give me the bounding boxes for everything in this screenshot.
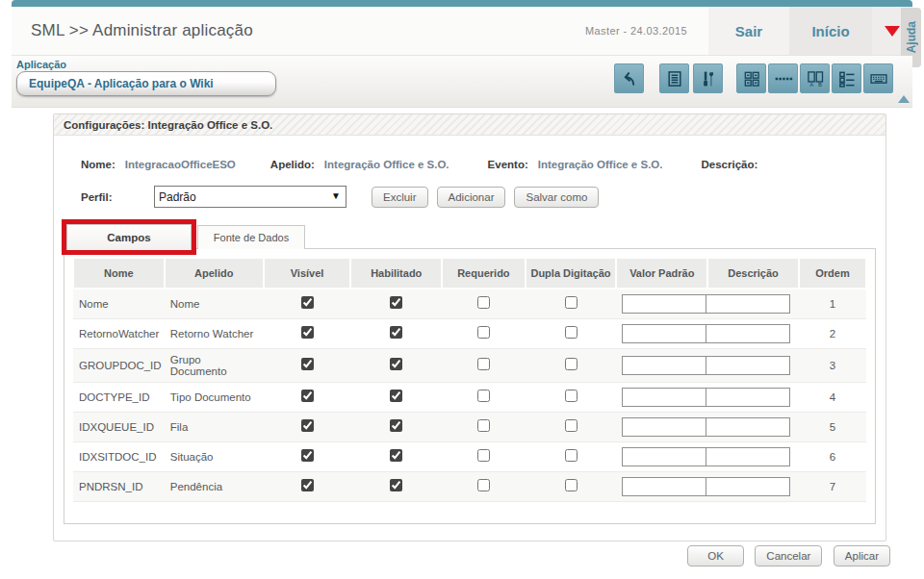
descricao-input[interactable] (706, 324, 790, 343)
cell-nome: GROUPDOC_ID (73, 348, 165, 382)
cell-ordem: 2 (799, 318, 866, 348)
tools-icon[interactable] (693, 63, 723, 93)
col-habilitado: Habilitado (350, 259, 442, 289)
footer-buttons: OK Cancelar Aplicar (53, 545, 890, 566)
svg-text:A: A (809, 82, 813, 88)
dupla-digitacao-checkbox[interactable] (565, 296, 578, 309)
habilitado-checkbox[interactable] (390, 479, 402, 491)
table-row: Nome Nome 1 (73, 289, 866, 319)
cancelar-button[interactable]: Cancelar (755, 545, 822, 566)
requerido-checkbox[interactable] (477, 358, 490, 370)
aplicar-button[interactable]: Aplicar (834, 545, 890, 566)
toolbar-icons: AB (614, 63, 893, 93)
checklist-icon[interactable] (832, 63, 861, 93)
valor-padrao-input[interactable] (622, 447, 706, 466)
cell-nome: IDXQUEUE_ID (73, 412, 165, 441)
habilitado-checkbox[interactable] (390, 419, 402, 432)
requerido-checkbox[interactable] (477, 419, 490, 432)
requerido-checkbox[interactable] (477, 296, 490, 309)
cell-ordem: 5 (799, 412, 866, 441)
cell-apelido: Tipo Documento (165, 382, 264, 412)
descricao-input[interactable] (706, 447, 790, 466)
perfil-select[interactable]: Padrão (154, 186, 346, 208)
descricao-input[interactable] (706, 294, 790, 314)
col-ordem: Ordem (799, 259, 866, 289)
pages-compare-icon[interactable]: AB (800, 63, 830, 93)
visivel-checkbox[interactable] (301, 296, 314, 309)
visivel-checkbox[interactable] (301, 326, 314, 339)
evento-label: Evento: (488, 159, 528, 170)
cell-apelido: Pendência (165, 471, 264, 501)
descricao-input[interactable] (706, 356, 790, 375)
table-header-row: Nome Apelido Visível Habilitado Requerid… (73, 259, 866, 289)
descricao-input[interactable] (706, 477, 790, 496)
valor-padrao-input[interactable] (622, 294, 706, 314)
requerido-checkbox[interactable] (477, 479, 490, 491)
requerido-checkbox[interactable] (477, 390, 490, 402)
col-descricao: Descrição (707, 259, 799, 289)
inicio-button[interactable]: Início (789, 7, 872, 55)
top-accent-bar (12, 0, 912, 7)
valor-padrao-input[interactable] (622, 356, 706, 375)
visivel-checkbox[interactable] (301, 479, 314, 491)
cell-nome: Nome (73, 289, 165, 319)
valor-padrao-input[interactable] (622, 324, 706, 343)
keyboard-icon[interactable] (863, 63, 893, 93)
valor-padrao-input[interactable] (622, 388, 706, 407)
red-triangle-icon (885, 26, 900, 37)
evento-value: Integração Office e S.O. (538, 159, 663, 170)
apelido-label: Apelido: (270, 159, 315, 170)
dupla-digitacao-checkbox[interactable] (565, 390, 578, 402)
dupla-digitacao-checkbox[interactable] (565, 326, 578, 339)
perfil-label: Perfil: (81, 191, 154, 203)
dupla-digitacao-checkbox[interactable] (565, 358, 578, 370)
habilitado-checkbox[interactable] (390, 390, 402, 402)
table-row: PNDRSN_ID Pendência 7 (73, 471, 866, 501)
cell-apelido: Situação (165, 441, 264, 471)
nome-label: Nome: (81, 159, 116, 170)
requerido-checkbox[interactable] (477, 326, 490, 339)
dupla-digitacao-checkbox[interactable] (565, 449, 578, 462)
page-title: SML >> Administrar aplicação (12, 21, 253, 40)
undo-icon[interactable] (614, 63, 644, 93)
apelido-value: Integração Office e S.O. (324, 159, 449, 170)
sair-button[interactable]: Sair (708, 7, 789, 55)
visivel-checkbox[interactable] (301, 419, 314, 432)
valor-padrao-input[interactable] (622, 477, 706, 496)
table-row: IDXSITDOC_ID Situação 6 (73, 441, 866, 471)
cell-ordem: 4 (799, 382, 866, 412)
grid-icon[interactable] (736, 63, 766, 93)
descricao-input[interactable] (706, 388, 790, 407)
collapse-up-icon[interactable] (898, 95, 910, 103)
visivel-checkbox[interactable] (301, 358, 314, 370)
panel-title: Configurações: Integração Office e S.O. (54, 114, 886, 136)
visivel-checkbox[interactable] (301, 449, 314, 462)
col-visivel: Visível (264, 259, 351, 289)
red-highlight-annotation: Campos (62, 219, 196, 255)
ok-button[interactable]: OK (687, 545, 744, 566)
visivel-checkbox[interactable] (301, 390, 314, 402)
table-body: Nome Nome 1 RetornoWatcher Retorno Watch… (73, 289, 866, 502)
dupla-digitacao-checkbox[interactable] (565, 479, 578, 491)
habilitado-checkbox[interactable] (390, 358, 402, 370)
cell-ordem: 6 (799, 441, 866, 471)
report-icon[interactable] (659, 63, 689, 93)
habilitado-checkbox[interactable] (390, 326, 402, 339)
form-area: Nome: IntegracaoOfficeESO Apelido: Integ… (54, 136, 886, 208)
descricao-label: Descrição: (701, 159, 757, 170)
habilitado-checkbox[interactable] (390, 449, 402, 462)
salvar-como-button[interactable]: Salvar como (514, 187, 599, 208)
application-selector-button[interactable]: EquipeQA - Aplicação para o Wiki (16, 71, 276, 96)
dupla-digitacao-checkbox[interactable] (565, 419, 578, 432)
valor-padrao-input[interactable] (622, 417, 706, 437)
cell-ordem: 7 (799, 471, 866, 501)
tab-campos[interactable]: Campos (66, 224, 192, 250)
descricao-input[interactable] (706, 417, 790, 437)
dots-icon[interactable] (768, 63, 798, 93)
habilitado-checkbox[interactable] (390, 296, 402, 309)
cell-nome: RetornoWatcher (73, 318, 165, 348)
tab-fonte-de-dados[interactable]: Fonte de Dados (197, 225, 305, 249)
excluir-button[interactable]: Excluir (372, 187, 428, 208)
requerido-checkbox[interactable] (477, 449, 490, 462)
adicionar-button[interactable]: Adicionar (437, 187, 506, 208)
